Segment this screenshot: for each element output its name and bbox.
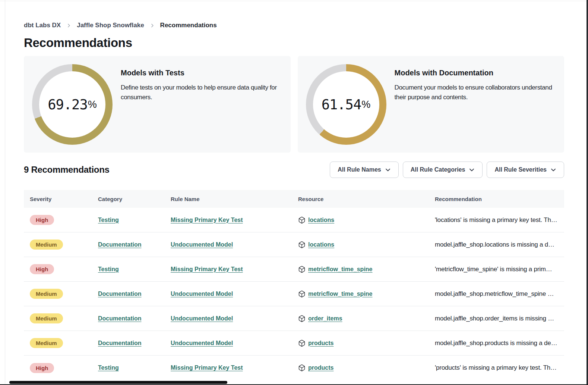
rule-name-link[interactable]: Missing Primary Key Test [171, 217, 243, 223]
package-icon [298, 241, 306, 248]
table-body: High Testing Missing Primary Key Test lo… [24, 208, 564, 380]
rule-name-link[interactable]: Undocumented Model [171, 291, 233, 297]
horizontal-scrollbar-thumb[interactable] [9, 381, 227, 384]
breadcrumb-item-project[interactable]: Jaffle Shop Snowflake [77, 22, 144, 29]
recommendation-text: model.jaffle_shop.metricflow_time_spine … [435, 290, 558, 298]
table-header-row: Severity Category Rule Name Resource Rec… [24, 190, 564, 208]
category-link[interactable]: Documentation [98, 291, 141, 297]
page-title: Recommendations [24, 36, 564, 50]
card-title: Models with Documentation [395, 69, 556, 77]
breadcrumb-item-dbt-labs-dx[interactable]: dbt Labs DX [24, 22, 61, 29]
severity-badge: High [30, 363, 54, 373]
documentation-donut-chart: 61.54% [306, 64, 386, 145]
package-icon [298, 216, 306, 224]
table-row: Medium Documentation Undocumented Model … [24, 331, 564, 356]
recommendation-text: model.jaffle_shop.order_items is missing… [435, 315, 558, 322]
recommendation-text: 'locations' is missing a primary key tes… [435, 216, 558, 224]
models-with-documentation-card: 61.54% Models with Documentation Documen… [298, 56, 565, 153]
package-icon [298, 364, 306, 372]
table-row: High Testing Missing Primary Key Test me… [24, 257, 564, 282]
category-link[interactable]: Testing [98, 217, 119, 223]
table-row: High Testing Missing Primary Key Test pr… [24, 356, 564, 380]
severity-badge: Medium [30, 313, 63, 323]
category-link[interactable]: Documentation [98, 315, 141, 322]
recommendation-text: 'products' is missing a primary key test… [435, 364, 558, 372]
table-row: Medium Documentation Undocumented Model … [24, 306, 564, 331]
package-icon [298, 290, 306, 298]
severity-badge: High [30, 215, 54, 225]
severity-badge: Medium [30, 338, 63, 348]
table-row: High Testing Missing Primary Key Test lo… [24, 208, 564, 232]
window-right-border [587, 0, 588, 385]
rule-name-link[interactable]: Missing Primary Key Test [171, 266, 243, 272]
rule-name-link[interactable]: Undocumented Model [171, 241, 233, 248]
column-header-recommendation: Recommendation [435, 196, 558, 202]
column-header-rule-name: Rule Name [171, 196, 298, 202]
resource-link[interactable]: locations [308, 217, 334, 223]
tests-donut-chart: 69.23% [32, 64, 113, 145]
recommendations-page: dbt Labs DX Jaffle Shop Snowflake Recomm… [0, 22, 588, 380]
column-header-resource: Resource [298, 196, 435, 202]
recommendations-count-title: 9 Recommendations [24, 165, 110, 175]
recommendation-text: model.jaffle_shop.products is missing a … [435, 339, 558, 347]
column-header-category: Category [98, 196, 171, 202]
resource-link[interactable]: products [308, 340, 333, 347]
chevron-down-icon [550, 167, 556, 173]
breadcrumb: dbt Labs DX Jaffle Shop Snowflake Recomm… [24, 22, 564, 29]
card-description: Document your models to ensure collabora… [395, 83, 556, 103]
severity-badge: Medium [30, 240, 63, 250]
card-title: Models with Tests [121, 69, 282, 77]
recommendation-text: model.jaffle_shop.locations is missing a… [435, 241, 558, 248]
table-row: Medium Documentation Undocumented Model … [24, 232, 564, 257]
rule-name-link[interactable]: Undocumented Model [171, 315, 233, 322]
breadcrumb-item-current: Recommendations [160, 22, 217, 29]
resource-link[interactable]: products [308, 364, 333, 371]
rule-severities-filter-dropdown[interactable]: All Rule Severities [487, 162, 564, 178]
recommendations-table: Severity Category Rule Name Resource Rec… [24, 190, 564, 380]
resource-link[interactable]: metricflow_time_spine [308, 266, 373, 273]
resource-link[interactable]: metricflow_time_spine [308, 291, 373, 297]
window-top-border [0, 1, 588, 1]
chevron-down-icon [469, 167, 475, 173]
documentation-percentage: 61.54% [306, 64, 386, 145]
tests-percentage: 69.23% [32, 64, 113, 145]
category-link[interactable]: Testing [98, 266, 119, 272]
filters: All Rule Names All Rule Categories All R… [330, 162, 564, 178]
package-icon [298, 315, 306, 322]
rule-names-filter-dropdown[interactable]: All Rule Names [330, 162, 398, 178]
severity-badge: High [30, 264, 54, 274]
chevron-down-icon [385, 167, 391, 173]
resource-link[interactable]: locations [308, 241, 334, 248]
rule-name-link[interactable]: Missing Primary Key Test [171, 364, 243, 371]
models-with-tests-card: 69.23% Models with Tests Define tests on… [24, 56, 291, 153]
package-icon [298, 266, 306, 273]
list-header-bar: 9 Recommendations All Rule Names All Rul… [24, 162, 564, 178]
chevron-right-icon [66, 23, 71, 28]
table-row: Medium Documentation Undocumented Model … [24, 282, 564, 306]
category-link[interactable]: Documentation [98, 241, 141, 248]
category-link[interactable]: Documentation [98, 340, 141, 346]
rule-name-link[interactable]: Undocumented Model [171, 340, 233, 346]
severity-badge: Medium [30, 289, 63, 299]
column-header-severity: Severity [30, 196, 98, 202]
content-left-divider [5, 0, 5, 385]
rule-categories-filter-dropdown[interactable]: All Rule Categories [403, 162, 483, 178]
metric-cards: 69.23% Models with Tests Define tests on… [24, 56, 564, 153]
category-link[interactable]: Testing [98, 364, 119, 371]
card-description: Define tests on your models to help ensu… [121, 83, 282, 103]
recommendation-text: 'metricflow_time_spine' is missing a pri… [435, 266, 558, 273]
package-icon [298, 339, 306, 347]
resource-link[interactable]: order_items [308, 315, 342, 322]
chevron-right-icon [150, 23, 155, 28]
